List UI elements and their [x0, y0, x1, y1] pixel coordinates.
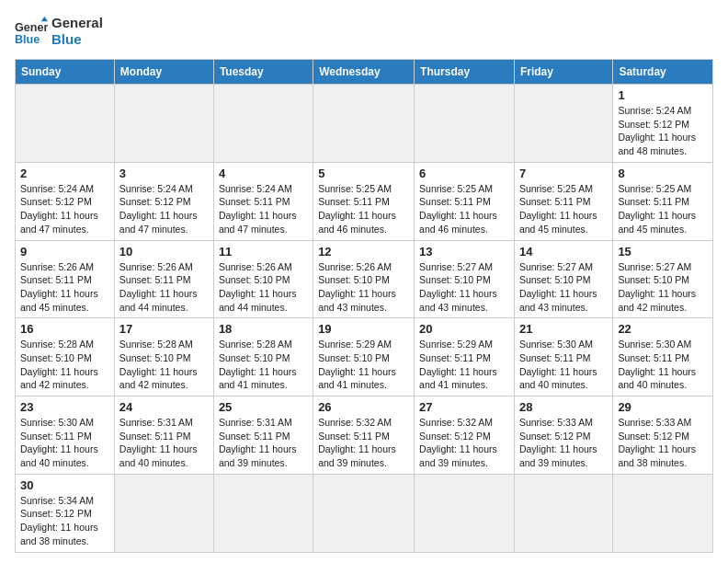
- calendar-cell: 30 Sunrise: 5:34 AM Sunset: 5:12 PM Dayl…: [16, 474, 115, 552]
- calendar-week-row: 23 Sunrise: 5:30 AM Sunset: 5:11 PM Dayl…: [16, 396, 713, 475]
- calendar-cell: 18 Sunrise: 5:28 AM Sunset: 5:10 PM Dayl…: [213, 318, 313, 396]
- calendar-cell: [114, 474, 213, 552]
- calendar-cell: 24 Sunrise: 5:31 AM Sunset: 5:11 PM Dayl…: [114, 396, 213, 475]
- calendar-cell: 2 Sunrise: 5:24 AM Sunset: 5:12 PM Dayli…: [16, 162, 115, 240]
- day-number: 1: [618, 88, 708, 102]
- calendar-cell: 3 Sunrise: 5:24 AM Sunset: 5:12 PM Dayli…: [114, 162, 213, 240]
- day-info: Sunrise: 5:26 AM Sunset: 5:10 PM Dayligh…: [219, 260, 308, 315]
- calendar-cell: [213, 85, 313, 163]
- day-info: Sunrise: 5:30 AM Sunset: 5:11 PM Dayligh…: [618, 338, 708, 392]
- calendar-week-row: 2 Sunrise: 5:24 AM Sunset: 5:12 PM Dayli…: [16, 162, 713, 240]
- day-number: 17: [119, 322, 209, 336]
- calendar-cell: 9 Sunrise: 5:26 AM Sunset: 5:11 PM Dayli…: [16, 240, 115, 318]
- day-number: 14: [519, 245, 608, 259]
- day-number: 29: [618, 400, 708, 414]
- day-info: Sunrise: 5:32 AM Sunset: 5:11 PM Dayligh…: [318, 416, 409, 470]
- calendar-cell: 1 Sunrise: 5:24 AM Sunset: 5:12 PM Dayli…: [613, 85, 713, 163]
- calendar-cell: [613, 474, 713, 552]
- calendar-cell: 10 Sunrise: 5:26 AM Sunset: 5:11 PM Dayl…: [114, 240, 213, 318]
- day-number: 22: [618, 322, 708, 336]
- calendar-cell: 7 Sunrise: 5:25 AM Sunset: 5:11 PM Dayli…: [514, 162, 612, 240]
- day-number: 12: [318, 245, 409, 259]
- day-info: Sunrise: 5:27 AM Sunset: 5:10 PM Dayligh…: [618, 260, 708, 315]
- calendar-cell: 27 Sunrise: 5:32 AM Sunset: 5:12 PM Dayl…: [415, 396, 515, 475]
- day-number: 4: [219, 167, 308, 180]
- day-info: Sunrise: 5:26 AM Sunset: 5:10 PM Dayligh…: [318, 260, 409, 315]
- svg-text:Blue: Blue: [15, 33, 40, 46]
- day-number: 2: [20, 167, 109, 180]
- day-info: Sunrise: 5:27 AM Sunset: 5:10 PM Dayligh…: [419, 260, 509, 315]
- calendar-cell: 22 Sunrise: 5:30 AM Sunset: 5:11 PM Dayl…: [613, 318, 713, 396]
- calendar-cell: 15 Sunrise: 5:27 AM Sunset: 5:10 PM Dayl…: [613, 240, 713, 318]
- header-wednesday: Wednesday: [313, 60, 415, 85]
- day-info: Sunrise: 5:30 AM Sunset: 5:11 PM Dayligh…: [20, 416, 109, 470]
- calendar-cell: 13 Sunrise: 5:27 AM Sunset: 5:10 PM Dayl…: [415, 240, 515, 318]
- day-number: 11: [219, 245, 308, 259]
- logo-blue: Blue: [51, 31, 103, 48]
- calendar-cell: 16 Sunrise: 5:28 AM Sunset: 5:10 PM Dayl…: [16, 318, 115, 396]
- day-info: Sunrise: 5:25 AM Sunset: 5:11 PM Dayligh…: [618, 182, 708, 236]
- day-number: 28: [519, 400, 608, 414]
- day-info: Sunrise: 5:24 AM Sunset: 5:11 PM Dayligh…: [219, 182, 308, 236]
- day-info: Sunrise: 5:28 AM Sunset: 5:10 PM Dayligh…: [219, 338, 308, 392]
- logo: General Blue General Blue: [15, 15, 103, 48]
- calendar-cell: [313, 85, 415, 163]
- day-number: 21: [519, 322, 608, 336]
- day-info: Sunrise: 5:25 AM Sunset: 5:11 PM Dayligh…: [519, 182, 608, 236]
- day-info: Sunrise: 5:34 AM Sunset: 5:12 PM Dayligh…: [20, 494, 109, 548]
- header-saturday: Saturday: [613, 60, 713, 85]
- calendar-cell: 28 Sunrise: 5:33 AM Sunset: 5:12 PM Dayl…: [514, 396, 612, 475]
- calendar-cell: [514, 85, 612, 163]
- calendar-cell: 17 Sunrise: 5:28 AM Sunset: 5:10 PM Dayl…: [114, 318, 213, 396]
- day-number: 27: [419, 400, 509, 414]
- day-info: Sunrise: 5:31 AM Sunset: 5:11 PM Dayligh…: [119, 416, 209, 470]
- day-number: 15: [618, 245, 708, 259]
- logo-general: General: [51, 15, 103, 31]
- calendar-cell: [313, 474, 415, 552]
- calendar-cell: [213, 474, 313, 552]
- calendar-cell: 20 Sunrise: 5:29 AM Sunset: 5:11 PM Dayl…: [415, 318, 515, 396]
- page-header: General Blue General Blue: [15, 15, 713, 48]
- svg-marker-2: [41, 17, 48, 21]
- header-tuesday: Tuesday: [213, 60, 313, 85]
- day-number: 5: [318, 167, 409, 180]
- calendar-cell: [415, 85, 515, 163]
- day-number: 3: [119, 167, 209, 180]
- calendar: Sunday Monday Tuesday Wednesday Thursday…: [15, 59, 713, 553]
- header-sunday: Sunday: [16, 60, 115, 85]
- day-info: Sunrise: 5:24 AM Sunset: 5:12 PM Dayligh…: [618, 104, 708, 158]
- calendar-cell: 4 Sunrise: 5:24 AM Sunset: 5:11 PM Dayli…: [213, 162, 313, 240]
- day-number: 19: [318, 322, 409, 336]
- day-number: 26: [318, 400, 409, 414]
- day-info: Sunrise: 5:24 AM Sunset: 5:12 PM Dayligh…: [119, 182, 209, 236]
- header-friday: Friday: [514, 60, 612, 85]
- day-number: 10: [119, 245, 209, 259]
- day-info: Sunrise: 5:28 AM Sunset: 5:10 PM Dayligh…: [119, 338, 209, 392]
- calendar-cell: 8 Sunrise: 5:25 AM Sunset: 5:11 PM Dayli…: [613, 162, 713, 240]
- day-info: Sunrise: 5:24 AM Sunset: 5:12 PM Dayligh…: [20, 182, 109, 236]
- day-number: 30: [20, 478, 109, 492]
- day-info: Sunrise: 5:27 AM Sunset: 5:10 PM Dayligh…: [519, 260, 608, 315]
- day-number: 23: [20, 400, 109, 414]
- calendar-cell: 11 Sunrise: 5:26 AM Sunset: 5:10 PM Dayl…: [213, 240, 313, 318]
- calendar-cell: [514, 474, 612, 552]
- header-thursday: Thursday: [415, 60, 515, 85]
- calendar-cell: 21 Sunrise: 5:30 AM Sunset: 5:11 PM Dayl…: [514, 318, 612, 396]
- calendar-cell: 19 Sunrise: 5:29 AM Sunset: 5:10 PM Dayl…: [313, 318, 415, 396]
- calendar-week-row: 30 Sunrise: 5:34 AM Sunset: 5:12 PM Dayl…: [16, 474, 713, 552]
- day-number: 16: [20, 322, 109, 336]
- day-info: Sunrise: 5:26 AM Sunset: 5:11 PM Dayligh…: [20, 260, 109, 315]
- day-number: 7: [519, 167, 608, 180]
- calendar-cell: 29 Sunrise: 5:33 AM Sunset: 5:12 PM Dayl…: [613, 396, 713, 475]
- calendar-week-row: 9 Sunrise: 5:26 AM Sunset: 5:11 PM Dayli…: [16, 240, 713, 318]
- calendar-cell: [415, 474, 515, 552]
- day-info: Sunrise: 5:32 AM Sunset: 5:12 PM Dayligh…: [419, 416, 509, 470]
- day-info: Sunrise: 5:28 AM Sunset: 5:10 PM Dayligh…: [20, 338, 109, 392]
- day-info: Sunrise: 5:33 AM Sunset: 5:12 PM Dayligh…: [618, 416, 708, 470]
- weekday-header-row: Sunday Monday Tuesday Wednesday Thursday…: [16, 60, 713, 85]
- day-info: Sunrise: 5:29 AM Sunset: 5:10 PM Dayligh…: [318, 338, 409, 392]
- day-info: Sunrise: 5:25 AM Sunset: 5:11 PM Dayligh…: [318, 182, 409, 236]
- calendar-cell: 25 Sunrise: 5:31 AM Sunset: 5:11 PM Dayl…: [213, 396, 313, 475]
- day-number: 6: [419, 167, 509, 180]
- day-info: Sunrise: 5:25 AM Sunset: 5:11 PM Dayligh…: [419, 182, 509, 236]
